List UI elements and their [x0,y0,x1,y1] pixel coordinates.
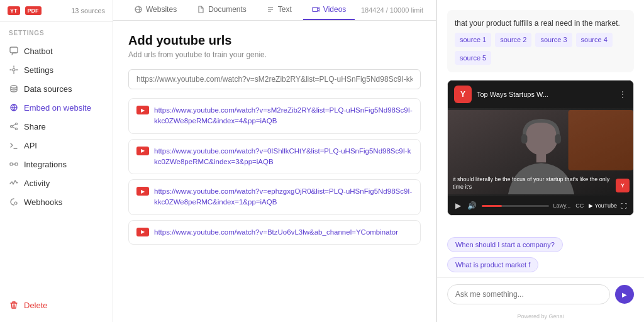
sidebar-item-webhooks[interactable]: Webhooks [0,192,113,211]
source-pill-5[interactable]: source 5 [455,51,491,65]
sidebar: YT PDF 13 sources SETTINGS Chatbot Setti… [0,0,113,322]
svg-rect-10 [10,163,13,165]
url-link-1[interactable]: https://www.youtube.com/watch?v=sM2reZib… [154,105,413,127]
share-icon [9,121,19,131]
api-label: API [24,141,37,150]
api-icon [9,140,19,150]
youtube-icon-2 [136,147,149,155]
pdf-logo-badge: PDF [25,6,42,15]
settings-label: Settings [24,65,53,75]
chat-message: that your product fulfills a real need i… [447,10,634,72]
youtube-logo-text: ▶ YouTube [589,203,617,209]
youtube-logo-badge: YT [8,6,20,15]
sidebar-item-integrations[interactable]: Integrations [0,155,113,174]
suggestion-chip-2[interactable]: What is product market f [447,257,538,272]
right-panel: that your product fulfills a real need i… [436,0,644,322]
svg-point-13 [14,202,17,204]
url-input-row [128,69,421,89]
sidebar-nav: Chatbot Settings Data sources Embed on w… [0,39,113,322]
data-sources-label: Data sources [24,84,72,94]
webhooks-label: Webhooks [24,197,62,207]
video-header: Y Top Ways Startups W... ⋮ [448,80,633,108]
powered-by: Powered by Genai [437,311,644,322]
chat-input[interactable] [447,284,610,304]
play-button[interactable]: ▶ [454,200,462,211]
tab-documents[interactable]: Documents [188,0,255,20]
video-title-row: Y Top Ways Startups W... [454,86,548,103]
tab-videos-label: Videos [323,5,346,14]
source-pill-2[interactable]: source 2 [495,33,531,47]
source-pill-3[interactable]: source 3 [535,33,572,47]
svg-point-6 [16,128,18,130]
tab-count: 184424 / 10000 limit [361,6,423,14]
url-link-3[interactable]: https://www.youtube.com/watch?v=ephzgxgO… [154,186,413,208]
video-yt-badge: Y [454,86,472,103]
tab-documents-label: Documents [208,5,247,14]
page-title: Add youtube urls [128,33,421,48]
sources-count: 13 sources [71,7,105,14]
embed-icon [9,103,19,113]
sidebar-item-data-sources[interactable]: Data sources [0,79,113,98]
list-item: https://www.youtube.com/watch?v=BtzUo6vL… [128,220,421,245]
tab-videos[interactable]: Videos [303,0,355,20]
sidebar-header: YT PDF 13 sources [0,0,113,22]
sidebar-item-delete[interactable]: Delete [0,296,113,314]
youtube-icon-3 [136,187,149,196]
list-item: https://www.youtube.com/watch?v=0IShllkC… [128,139,421,175]
svg-rect-19 [313,8,318,12]
svg-rect-23 [536,153,546,162]
main-content: Websites Documents Text Videos 184424 / … [113,0,436,322]
tabs-bar: Websites Documents Text Videos 184424 / … [113,0,436,21]
tab-text-label: Text [278,5,292,14]
chatbot-label: Chatbot [24,47,53,56]
integrations-icon [9,159,19,169]
youtube-icon-1 [136,106,149,114]
url-link-4[interactable]: https://www.youtube.com/watch?v=BtzUo6vL… [154,227,398,238]
sidebar-item-settings[interactable]: Settings [0,60,113,79]
progress-bar[interactable] [482,205,549,207]
sidebar-item-chatbot[interactable]: Chatbot [0,42,113,60]
sidebar-bottom: Delete [0,296,113,319]
svg-point-1 [13,69,15,71]
activity-label: Activity [24,179,50,188]
svg-rect-11 [15,163,18,165]
channel-name: Lawy... [553,203,570,209]
svg-point-5 [16,123,18,125]
progress-fill [482,205,502,207]
volume-button[interactable]: 🔊 [466,200,478,211]
url-link-2[interactable]: https://www.youtube.com/watch?v=0IShllkC… [154,146,413,168]
source-pill-4[interactable]: source 4 [576,33,613,47]
video-more-icon[interactable]: ⋮ [618,89,627,99]
source-pill-1[interactable]: source 1 [455,33,491,47]
svg-rect-0 [10,47,18,53]
svg-rect-24 [521,134,528,143]
chat-message-text: that your product fulfills a real need i… [455,19,620,28]
embed-label: Embed on website [24,103,91,113]
fullscreen-button[interactable]: ⛶ [621,203,627,209]
tab-text[interactable]: Text [258,0,301,20]
page-subtitle: Add urls from youtube to train your geni… [128,50,421,59]
webhooks-icon [9,197,19,207]
url-input[interactable] [128,69,421,89]
video-thumbnail[interactable]: it should literally be the focus of your… [448,108,633,196]
suggestion-chip-1[interactable]: When should I start a company? [447,237,563,252]
svg-line-9 [12,127,15,128]
chatbot-icon [9,46,19,56]
send-button[interactable] [615,285,634,304]
video-controls: ▶ 🔊 Lawy... CC ▶ YouTube ⛶ [448,196,633,215]
settings-section-label: SETTINGS [0,22,113,39]
svg-rect-25 [555,134,561,143]
captions-button[interactable]: CC [574,201,585,210]
sidebar-logo: YT PDF [8,6,42,15]
svg-point-7 [11,126,13,128]
delete-icon [9,300,19,310]
sidebar-item-share[interactable]: Share [0,117,113,136]
video-watermark-badge: Y [616,179,630,192]
sidebar-item-activity[interactable]: Activity [0,174,113,192]
video-card: Y Top Ways Startups W... ⋮ [447,80,634,216]
sidebar-item-embed[interactable]: Embed on website [0,98,113,117]
sidebar-item-api[interactable]: API [0,136,113,155]
tab-websites[interactable]: Websites [126,0,186,20]
list-item: https://www.youtube.com/watch?v=sM2reZib… [128,98,421,134]
video-overlay-text: it should literally be the focus of your… [453,175,611,191]
